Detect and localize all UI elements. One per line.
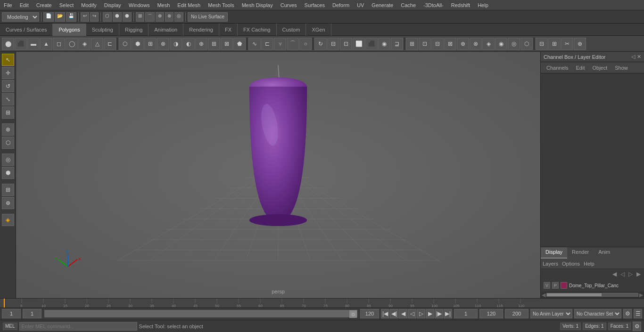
- curve-cv-btn[interactable]: ∿: [248, 38, 261, 50]
- arc-btn[interactable]: ⌒: [287, 38, 299, 50]
- menu-mesh-display[interactable]: Mesh Display: [238, 1, 277, 9]
- nurbs-sphere-btn[interactable]: ◉: [378, 38, 390, 50]
- viewport[interactable]: View Shading Lighting Show Renderer Pane…: [16, 52, 540, 298]
- fill-hole-btn[interactable]: ⬟: [233, 38, 246, 50]
- timeline-settings-btn[interactable]: ⚙: [623, 309, 632, 318]
- tab-curves-surfaces[interactable]: Curves / Surfaces: [0, 24, 53, 36]
- snap-live-btn[interactable]: ◎: [174, 12, 183, 22]
- menu-edit-mesh[interactable]: Edit Mesh: [173, 1, 204, 9]
- prev-key-btn[interactable]: ◀|: [390, 309, 398, 318]
- menu-surfaces[interactable]: Surfaces: [301, 1, 329, 9]
- plane-btn[interactable]: ◻: [53, 38, 65, 50]
- tab-animation[interactable]: Animation: [149, 24, 183, 36]
- menu-help[interactable]: Help: [474, 1, 492, 9]
- snap-point-btn[interactable]: ⊕: [156, 12, 164, 22]
- tab-rendering[interactable]: Rendering: [183, 24, 219, 36]
- menu-modify[interactable]: Modify: [77, 1, 100, 9]
- snap-surface-btn[interactable]: ⊗: [165, 12, 173, 22]
- move-tool-btn[interactable]: ✛: [2, 67, 14, 79]
- panel-close-btn[interactable]: ✕: [637, 54, 641, 60]
- insert-loop-btn[interactable]: ⊞: [406, 38, 418, 50]
- extrude-btn[interactable]: ⊞: [208, 38, 220, 50]
- circle-btn[interactable]: ○: [299, 38, 312, 50]
- layer-pickable-btn[interactable]: P: [552, 282, 559, 289]
- multi-cut-btn[interactable]: ⬢: [132, 38, 144, 50]
- snap-curve-btn[interactable]: ⌒: [145, 12, 155, 22]
- split-btn[interactable]: ⊠: [444, 38, 456, 50]
- scale-tool-btn[interactable]: ⤡: [2, 93, 14, 105]
- tab-fx-caching[interactable]: FX Caching: [238, 24, 276, 36]
- sew-uv-btn[interactable]: ⊕: [574, 38, 586, 50]
- extract-btn[interactable]: ⊗: [470, 38, 482, 50]
- connect-btn[interactable]: ◐: [182, 38, 195, 50]
- scroll-thumb[interactable]: [547, 293, 602, 296]
- menu-cache[interactable]: Cache: [397, 1, 420, 9]
- redshift-btn[interactable]: ◈: [2, 214, 14, 226]
- curve-bez-btn[interactable]: ⟇: [274, 38, 286, 50]
- nurbs-cube-btn[interactable]: ⬛: [365, 38, 378, 50]
- duplicate-face-btn[interactable]: ⊕: [457, 38, 469, 50]
- show-manip-btn[interactable]: ⊕: [2, 197, 14, 209]
- anim-tab[interactable]: Anim: [594, 247, 615, 259]
- tab-custom[interactable]: Custom: [277, 24, 306, 36]
- menu-file[interactable]: File: [0, 1, 16, 9]
- menu-create[interactable]: Create: [33, 1, 56, 9]
- lasso-btn[interactable]: ⬣: [123, 12, 132, 22]
- extrude-curve-btn[interactable]: ⊡: [340, 38, 352, 50]
- layer-scrollbar[interactable]: ◀ ▶: [541, 292, 644, 298]
- timeline-options-btn[interactable]: ☰: [634, 309, 642, 318]
- object-tab[interactable]: Object: [588, 64, 611, 72]
- mirror-btn[interactable]: ⊟: [431, 38, 444, 50]
- select-by-hierarchy-btn[interactable]: ⬡: [103, 12, 112, 22]
- scroll-right-btn[interactable]: ▶: [639, 292, 643, 298]
- menu-edit[interactable]: Edit: [16, 1, 33, 9]
- smooth-btn[interactable]: ◑: [170, 38, 182, 50]
- menu-generate[interactable]: Generate: [368, 1, 397, 9]
- layer-prev2-btn[interactable]: ◁: [619, 270, 626, 278]
- prism-btn[interactable]: ◈: [78, 38, 91, 50]
- range-track[interactable]: ⊙: [44, 310, 357, 317]
- tab-polygons[interactable]: Polygons: [53, 24, 86, 36]
- cut-uv-btn[interactable]: ✂: [561, 38, 573, 50]
- layer-next-btn[interactable]: ▶: [635, 270, 642, 278]
- edit-tab[interactable]: Edit: [572, 64, 588, 72]
- frame-range-bar[interactable]: ⊙: [43, 310, 358, 317]
- pyramid-btn[interactable]: △: [91, 38, 103, 50]
- cube-btn[interactable]: ⬛: [15, 38, 27, 50]
- end-frame-field[interactable]: [505, 309, 528, 318]
- tab-xgen[interactable]: XGen: [306, 24, 331, 36]
- save-btn[interactable]: 💾: [66, 12, 76, 22]
- tab-fx[interactable]: FX: [219, 24, 238, 36]
- lasso-select-btn[interactable]: ⬡: [2, 137, 14, 149]
- command-input[interactable]: [19, 322, 137, 331]
- offset-btn[interactable]: ⊡: [419, 38, 431, 50]
- component-btn[interactable]: ⬢: [2, 167, 14, 179]
- range-end-right[interactable]: [360, 309, 379, 318]
- options-menu[interactable]: Options: [562, 261, 580, 267]
- play-back-btn[interactable]: ◁: [408, 309, 416, 318]
- quad-draw-btn[interactable]: ⊞: [144, 38, 157, 50]
- select-mode-btn[interactable]: ⬢: [113, 12, 122, 22]
- menu-uv[interactable]: UV: [353, 1, 368, 9]
- layer-help-menu[interactable]: Help: [584, 261, 594, 267]
- layer-visibility-btn[interactable]: V: [544, 282, 550, 289]
- combine-btn[interactable]: ◉: [495, 38, 507, 50]
- redo-btn[interactable]: ↪: [90, 12, 99, 22]
- show-tab[interactable]: Show: [611, 64, 632, 72]
- bridge-btn[interactable]: ⊠: [221, 38, 233, 50]
- tab-sculpting[interactable]: Sculpting: [86, 24, 119, 36]
- torus-btn[interactable]: ◯: [66, 38, 78, 50]
- display-tab[interactable]: Display: [541, 247, 567, 259]
- rotate-tool-btn[interactable]: ↺: [2, 80, 14, 92]
- layers-menu[interactable]: Layers: [543, 261, 558, 267]
- current-frame-left[interactable]: [2, 309, 21, 318]
- menu-windows[interactable]: Windows: [125, 1, 154, 9]
- menu-mesh-tools[interactable]: Mesh Tools: [204, 1, 238, 9]
- sculpt-btn[interactable]: ⊗: [157, 38, 169, 50]
- sphere-btn[interactable]: ⬤: [2, 38, 14, 50]
- cylinder-btn[interactable]: ▬: [27, 38, 40, 50]
- layer-color-swatch[interactable]: [561, 282, 567, 289]
- revolve-btn[interactable]: ↻: [314, 38, 327, 50]
- channels-tab[interactable]: Channels: [543, 64, 572, 72]
- planar-btn[interactable]: ⬜: [353, 38, 365, 50]
